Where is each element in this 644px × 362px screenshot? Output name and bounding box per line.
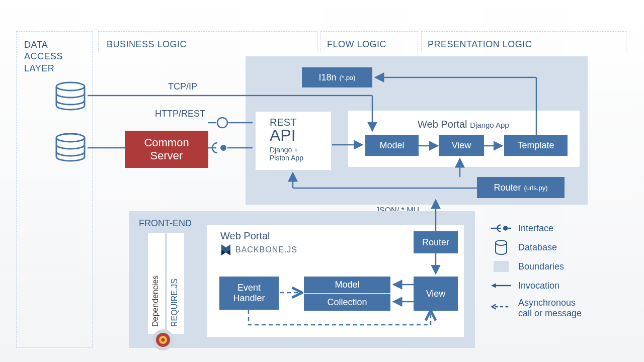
svg-point-5 [162,338,165,342]
legend-interface-text: Interface [518,223,553,234]
async-icon [491,300,511,314]
fe-event-handler-box: Event Handler [219,277,279,310]
view-text: View [452,140,471,151]
legend-bound-text: Boundaries [518,261,564,272]
legend: Interface Database Boundaries Invocation [491,221,622,324]
http-rest-label: HTTP/REST [155,109,205,119]
fe-model-box: Model [304,277,390,294]
fe-view-text: View [426,289,446,299]
fe-router-text: Router [422,237,449,248]
rest-api-box: REST API Django + Piston App [256,112,331,170]
svg-point-17 [217,118,227,128]
legend-async: Asynchronous call or message [491,298,622,319]
svg-point-1 [56,134,85,142]
database-icon-1 [54,81,87,111]
backbone-text: BACKBONE.JS [235,245,297,254]
legend-async-l2: call or message [518,308,582,319]
fe-collection-box: Collection [304,294,390,311]
model-text: Model [379,140,404,151]
backbone-icon [219,243,232,256]
fe-router-box: Router [414,231,458,253]
backbone-logo-row: BACKBONE.JS [219,243,297,256]
common-server-line1: Common [144,136,189,149]
svg-point-7 [503,226,508,231]
business-logic-label: BUSINESS LOGIC [107,39,187,50]
web-portal-django-label: Web Portal Django App [418,119,509,130]
rest-api-line4: Piston App [270,154,331,162]
web-portal-bb-label: Web Portal [220,230,270,242]
presentation-logic-label: PRESENTATION LOGIC [428,39,532,50]
legend-invocation: Invocation [491,279,622,293]
requirejs-label: REQUIRE.JS [170,246,179,327]
interface-icon [491,221,511,235]
legend-db-text: Database [518,242,557,253]
router-label: Router [494,183,521,193]
svg-marker-11 [491,283,496,288]
legend-async-text: Asynchronous call or message [518,298,582,319]
legend-boundaries: Boundaries [491,259,622,274]
data-access-layer-label: DATA ACCESS LAYER [24,39,85,74]
i18n-label: I18n [319,72,337,83]
fe-collection-text: Collection [327,297,367,308]
svg-point-20 [220,145,226,151]
data-access-layer-box [16,31,93,348]
fe-eh-line2: Handler [233,293,265,304]
template-text: Template [517,140,554,151]
router-urls-box: Router (urls.py) [477,177,565,198]
flow-logic-label: FLOW LOGIC [327,39,386,50]
router-sub: (urls.py) [524,184,548,192]
view-box: View [439,135,484,156]
front-end-label: FRONT-END [139,218,192,229]
boundaries-icon [491,259,511,274]
legend-invoc-text: Invocation [518,281,559,291]
legend-interface: Interface [491,221,622,235]
common-server-line2: Server [150,149,183,162]
common-server-box: Common Server [125,131,208,168]
fe-view-box: View [414,277,458,311]
model-box: Model [365,135,419,156]
deps-label: Dependencies [151,246,160,327]
legend-database: Database [491,240,622,254]
rest-api-line2: API [270,126,331,145]
web-portal-label-text: Web Portal [418,119,467,130]
invocation-icon [491,279,511,293]
web-portal-sub-text: Django App [470,121,509,129]
database-icon-2 [54,133,87,162]
template-box: Template [504,135,568,156]
i18n-sub: (*.po) [340,74,356,81]
tcpip-label: TCP/IP [168,81,197,92]
i18n-box: I18n (*.po) [302,67,372,87]
target-icon [152,329,174,351]
svg-point-0 [56,82,85,90]
database-legend-icon [491,240,511,254]
svg-point-9 [496,240,507,245]
rest-api-line3: Django + [270,146,331,154]
legend-async-l1: Asynchronous [518,298,582,308]
fe-model-text: Model [335,280,359,290]
fe-eh-line1: Event [237,283,261,293]
